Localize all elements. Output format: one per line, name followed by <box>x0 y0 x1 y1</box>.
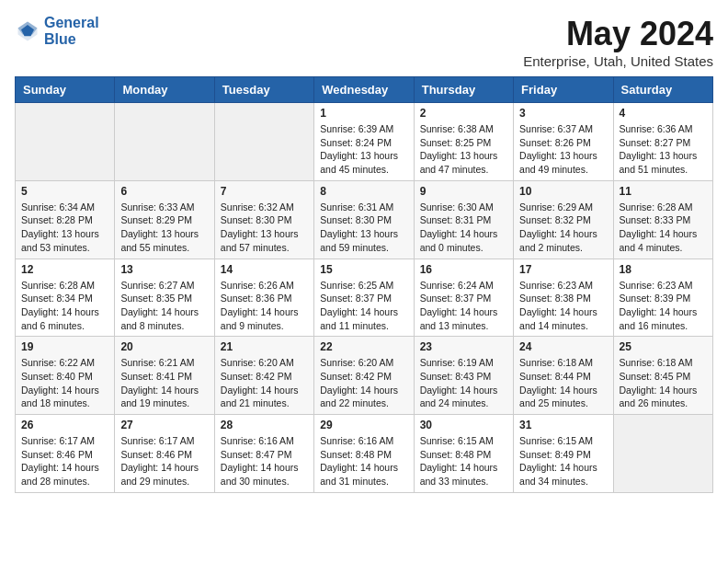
calendar-cell <box>214 103 313 181</box>
day-number: 4 <box>620 107 707 120</box>
calendar-week-row: 26Sunrise: 6:17 AM Sunset: 8:46 PM Dayli… <box>16 415 713 493</box>
calendar-cell: 19Sunrise: 6:22 AM Sunset: 8:40 PM Dayli… <box>16 337 115 415</box>
calendar-cell: 21Sunrise: 6:20 AM Sunset: 8:42 PM Dayli… <box>214 337 313 415</box>
day-number: 31 <box>519 419 607 431</box>
day-info: Sunrise: 6:16 AM Sunset: 8:48 PM Dayligh… <box>320 434 407 488</box>
day-number: 30 <box>420 419 507 431</box>
day-info: Sunrise: 6:37 AM Sunset: 8:26 PM Dayligh… <box>519 122 607 177</box>
calendar-cell: 15Sunrise: 6:25 AM Sunset: 8:37 PM Dayli… <box>314 259 414 337</box>
day-number: 10 <box>519 185 607 198</box>
day-info: Sunrise: 6:15 AM Sunset: 8:48 PM Dayligh… <box>420 434 507 488</box>
day-number: 24 <box>519 340 607 353</box>
calendar-cell: 20Sunrise: 6:21 AM Sunset: 8:41 PM Dayli… <box>115 337 214 415</box>
calendar-cell: 18Sunrise: 6:23 AM Sunset: 8:39 PM Dayli… <box>613 259 712 337</box>
day-info: Sunrise: 6:26 AM Sunset: 8:36 PM Dayligh… <box>221 279 308 333</box>
calendar-cell: 9Sunrise: 6:30 AM Sunset: 8:31 PM Daylig… <box>414 180 513 259</box>
day-number: 17 <box>519 263 607 276</box>
day-number: 21 <box>221 340 308 353</box>
day-number: 23 <box>420 340 507 353</box>
day-info: Sunrise: 6:24 AM Sunset: 8:37 PM Dayligh… <box>420 279 507 333</box>
day-info: Sunrise: 6:38 AM Sunset: 8:25 PM Dayligh… <box>420 122 507 177</box>
weekday-header-tuesday: Tuesday <box>214 77 313 103</box>
day-info: Sunrise: 6:28 AM Sunset: 8:34 PM Dayligh… <box>21 279 108 333</box>
calendar-cell: 11Sunrise: 6:28 AM Sunset: 8:33 PM Dayli… <box>613 180 712 259</box>
day-info: Sunrise: 6:27 AM Sunset: 8:35 PM Dayligh… <box>120 279 208 333</box>
calendar-cell: 27Sunrise: 6:17 AM Sunset: 8:46 PM Dayli… <box>115 415 214 493</box>
weekday-header-sunday: Sunday <box>16 77 115 103</box>
weekday-header-thursday: Thursday <box>414 77 513 103</box>
calendar-cell: 7Sunrise: 6:32 AM Sunset: 8:30 PM Daylig… <box>214 180 313 259</box>
day-info: Sunrise: 6:39 AM Sunset: 8:24 PM Dayligh… <box>320 122 407 177</box>
day-info: Sunrise: 6:20 AM Sunset: 8:42 PM Dayligh… <box>221 356 308 410</box>
day-number: 20 <box>120 340 208 353</box>
calendar-week-row: 5Sunrise: 6:34 AM Sunset: 8:28 PM Daylig… <box>16 180 713 259</box>
calendar: SundayMondayTuesdayWednesdayThursdayFrid… <box>15 76 713 493</box>
calendar-cell: 25Sunrise: 6:18 AM Sunset: 8:45 PM Dayli… <box>613 337 712 415</box>
calendar-week-row: 19Sunrise: 6:22 AM Sunset: 8:40 PM Dayli… <box>16 337 713 415</box>
calendar-cell: 12Sunrise: 6:28 AM Sunset: 8:34 PM Dayli… <box>16 259 115 337</box>
weekday-header-friday: Friday <box>514 77 613 103</box>
day-info: Sunrise: 6:22 AM Sunset: 8:40 PM Dayligh… <box>21 356 108 410</box>
day-number: 7 <box>221 185 308 198</box>
day-number: 13 <box>120 263 208 276</box>
day-number: 28 <box>221 419 308 431</box>
weekday-header-row: SundayMondayTuesdayWednesdayThursdayFrid… <box>16 77 713 103</box>
calendar-cell: 1Sunrise: 6:39 AM Sunset: 8:24 PM Daylig… <box>314 103 414 181</box>
calendar-cell: 10Sunrise: 6:29 AM Sunset: 8:32 PM Dayli… <box>514 180 613 259</box>
calendar-cell: 31Sunrise: 6:15 AM Sunset: 8:49 PM Dayli… <box>514 415 613 493</box>
day-number: 1 <box>320 107 407 120</box>
logo: General Blue <box>15 15 99 47</box>
calendar-cell: 29Sunrise: 6:16 AM Sunset: 8:48 PM Dayli… <box>314 415 414 493</box>
day-number: 9 <box>420 185 507 198</box>
day-number: 27 <box>120 419 208 431</box>
calendar-cell: 4Sunrise: 6:36 AM Sunset: 8:27 PM Daylig… <box>613 103 712 181</box>
day-number: 29 <box>320 419 407 431</box>
calendar-week-row: 1Sunrise: 6:39 AM Sunset: 8:24 PM Daylig… <box>16 103 713 181</box>
calendar-cell: 8Sunrise: 6:31 AM Sunset: 8:30 PM Daylig… <box>314 180 414 259</box>
day-number: 18 <box>620 263 707 276</box>
day-info: Sunrise: 6:20 AM Sunset: 8:42 PM Dayligh… <box>320 356 407 410</box>
day-number: 25 <box>620 340 707 353</box>
day-number: 12 <box>21 263 108 276</box>
calendar-cell: 6Sunrise: 6:33 AM Sunset: 8:29 PM Daylig… <box>115 180 214 259</box>
day-info: Sunrise: 6:32 AM Sunset: 8:30 PM Dayligh… <box>221 201 308 255</box>
calendar-week-row: 12Sunrise: 6:28 AM Sunset: 8:34 PM Dayli… <box>16 259 713 337</box>
weekday-header-saturday: Saturday <box>613 77 712 103</box>
day-info: Sunrise: 6:33 AM Sunset: 8:29 PM Dayligh… <box>120 201 208 255</box>
day-info: Sunrise: 6:18 AM Sunset: 8:45 PM Dayligh… <box>620 356 707 410</box>
day-number: 3 <box>519 107 607 120</box>
month-title: May 2024 <box>523 15 713 53</box>
day-info: Sunrise: 6:36 AM Sunset: 8:27 PM Dayligh… <box>620 122 707 177</box>
weekday-header-monday: Monday <box>115 77 214 103</box>
weekday-header-wednesday: Wednesday <box>314 77 414 103</box>
calendar-cell: 22Sunrise: 6:20 AM Sunset: 8:42 PM Dayli… <box>314 337 414 415</box>
day-info: Sunrise: 6:23 AM Sunset: 8:39 PM Dayligh… <box>620 279 707 333</box>
day-number: 19 <box>21 340 108 353</box>
day-number: 16 <box>420 263 507 276</box>
calendar-cell: 3Sunrise: 6:37 AM Sunset: 8:26 PM Daylig… <box>514 103 613 181</box>
day-info: Sunrise: 6:18 AM Sunset: 8:44 PM Dayligh… <box>519 356 607 410</box>
location: Enterprise, Utah, United States <box>523 53 713 69</box>
day-info: Sunrise: 6:29 AM Sunset: 8:32 PM Dayligh… <box>519 201 607 255</box>
calendar-cell: 17Sunrise: 6:23 AM Sunset: 8:38 PM Dayli… <box>514 259 613 337</box>
calendar-cell: 14Sunrise: 6:26 AM Sunset: 8:36 PM Dayli… <box>214 259 313 337</box>
day-info: Sunrise: 6:23 AM Sunset: 8:38 PM Dayligh… <box>519 279 607 333</box>
day-info: Sunrise: 6:34 AM Sunset: 8:28 PM Dayligh… <box>21 201 108 255</box>
logo-icon <box>15 18 40 44</box>
calendar-cell: 28Sunrise: 6:16 AM Sunset: 8:47 PM Dayli… <box>214 415 313 493</box>
calendar-cell: 13Sunrise: 6:27 AM Sunset: 8:35 PM Dayli… <box>115 259 214 337</box>
day-number: 11 <box>620 185 707 198</box>
calendar-cell: 16Sunrise: 6:24 AM Sunset: 8:37 PM Dayli… <box>414 259 513 337</box>
calendar-cell: 30Sunrise: 6:15 AM Sunset: 8:48 PM Dayli… <box>414 415 513 493</box>
day-info: Sunrise: 6:15 AM Sunset: 8:49 PM Dayligh… <box>519 434 607 488</box>
day-number: 26 <box>21 419 108 431</box>
day-number: 14 <box>221 263 308 276</box>
logo-text: General Blue <box>44 15 99 47</box>
day-info: Sunrise: 6:17 AM Sunset: 8:46 PM Dayligh… <box>120 434 208 488</box>
header: General Blue May 2024 Enterprise, Utah, … <box>15 15 713 69</box>
calendar-cell: 2Sunrise: 6:38 AM Sunset: 8:25 PM Daylig… <box>414 103 513 181</box>
day-info: Sunrise: 6:25 AM Sunset: 8:37 PM Dayligh… <box>320 279 407 333</box>
day-info: Sunrise: 6:17 AM Sunset: 8:46 PM Dayligh… <box>21 434 108 488</box>
day-info: Sunrise: 6:28 AM Sunset: 8:33 PM Dayligh… <box>620 201 707 255</box>
day-number: 5 <box>21 185 108 198</box>
